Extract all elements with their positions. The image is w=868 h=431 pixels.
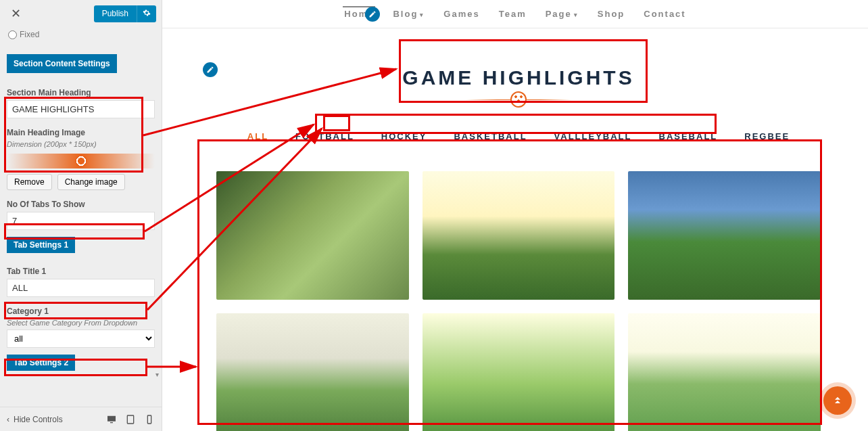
main-heading-image-label: Main Heading Image — [7, 128, 155, 137]
tab-settings-2-button[interactable]: Tab Settings 2 — [7, 355, 75, 371]
tab-basketball[interactable]: BASKETBALL — [450, 130, 531, 143]
page-title: GAME HIGHLIGHTS — [402, 66, 634, 89]
pencil-icon — [206, 66, 214, 74]
chevron-down-icon: ▾ — [420, 12, 425, 18]
gallery-item[interactable] — [628, 313, 821, 431]
no-tabs-input[interactable] — [7, 212, 155, 230]
gallery-item[interactable] — [628, 171, 821, 300]
tab-title-1-label: Tab Title 1 — [7, 267, 155, 276]
publish-group: Publish — [94, 5, 156, 22]
close-button[interactable]: ✕ — [5, 3, 26, 24]
tab-settings-1-button[interactable]: Tab Settings 1 — [7, 237, 75, 253]
tablet-icon[interactable] — [125, 414, 136, 425]
mobile-icon[interactable] — [144, 414, 155, 425]
change-image-button[interactable]: Change image — [57, 174, 125, 190]
device-preview-group — [106, 414, 155, 425]
gear-icon — [143, 9, 151, 17]
publish-settings-button[interactable] — [137, 5, 156, 22]
main-heading-image-hint: Dimension (200px * 150px) — [7, 140, 155, 148]
category-1-label: Category 1 — [7, 307, 155, 316]
nav-contact[interactable]: Contact — [642, 6, 687, 22]
section-edit-badge[interactable] — [203, 62, 218, 77]
svg-rect-0 — [127, 415, 133, 424]
publish-button[interactable]: Publish — [94, 5, 137, 22]
nav-shop[interactable]: Shop — [596, 6, 627, 22]
sidebar-header: ✕ Publish — [0, 0, 162, 27]
nav-page[interactable]: Page▾ — [544, 6, 580, 22]
nav-team[interactable]: Team — [498, 6, 528, 22]
double-chevron-up-icon — [832, 395, 843, 406]
svg-rect-1 — [147, 415, 151, 424]
customizer-sidebar: ✕ Publish Fixed Section Content Settings… — [0, 0, 162, 431]
gallery-item[interactable] — [423, 313, 615, 431]
desktop-icon[interactable] — [106, 414, 117, 425]
main-heading-image-preview — [7, 154, 155, 168]
nav-edit-badge[interactable] — [365, 7, 380, 22]
fixed-radio-label: Fixed — [20, 30, 39, 39]
category-1-select[interactable]: all — [7, 330, 155, 348]
tab-title-1-input[interactable] — [7, 279, 155, 297]
hide-controls-label: Hide Controls — [14, 415, 63, 424]
section-content-settings-button[interactable]: Section Content Settings — [7, 54, 117, 73]
main-heading-input[interactable] — [7, 100, 155, 118]
tab-baseball[interactable]: BASEBALL — [655, 130, 722, 143]
gallery-item[interactable] — [216, 171, 409, 300]
remove-image-button[interactable]: Remove — [7, 174, 52, 190]
sidebar-scroll[interactable]: Fixed Section Content Settings Section M… — [0, 27, 162, 407]
scroll-more-icon: ▾ — [155, 371, 159, 378]
chevron-left-icon: ‹ — [7, 415, 9, 424]
sidebar-footer: ‹ Hide Controls — [0, 407, 162, 431]
image-buttons-row: Remove Change image — [7, 174, 155, 190]
nav-blog[interactable]: Blog▾ — [391, 6, 426, 22]
gallery-item[interactable] — [216, 313, 409, 431]
tab-hockey[interactable]: HOCKEY — [377, 130, 431, 143]
nav-games[interactable]: Games — [442, 6, 481, 22]
main-content: GAME HIGHLIGHTS ALL FOOTBALL HOCKEY BASK… — [162, 28, 868, 431]
tab-vallleyball[interactable]: VALLLEYBALL — [550, 130, 636, 143]
heading-box: GAME HIGHLIGHTS — [364, 54, 672, 114]
gallery-item[interactable] — [423, 171, 615, 300]
tab-regbee[interactable]: REGBEE — [740, 130, 794, 143]
tab-all[interactable]: ALL — [243, 130, 272, 143]
tab-football[interactable]: FOOTBALL — [291, 130, 358, 143]
main-heading-label: Section Main Heading — [7, 88, 155, 97]
category-1-hint: Select Game Category From Dropdown — [7, 319, 155, 327]
preview-pane: Home Blog▾ Games Team Page▾ Shop Contact… — [162, 0, 868, 431]
hide-controls-button[interactable]: ‹ Hide Controls — [7, 415, 63, 424]
gallery-grid — [203, 160, 834, 431]
fixed-radio-row: Fixed — [7, 27, 155, 45]
no-tabs-label: No Of Tabs To Show — [7, 200, 155, 209]
site-top-nav: Home Blog▾ Games Team Page▾ Shop Contact — [162, 0, 868, 28]
pencil-icon — [368, 10, 377, 18]
filter-tabs: ALL FOOTBALL HOCKEY BASKETBALL VALLLEYBA… — [224, 124, 813, 148]
heading-divider-icon — [464, 95, 573, 104]
fixed-radio[interactable] — [8, 30, 17, 39]
scroll-top-button[interactable] — [823, 386, 852, 415]
chevron-down-icon: ▾ — [574, 12, 579, 18]
